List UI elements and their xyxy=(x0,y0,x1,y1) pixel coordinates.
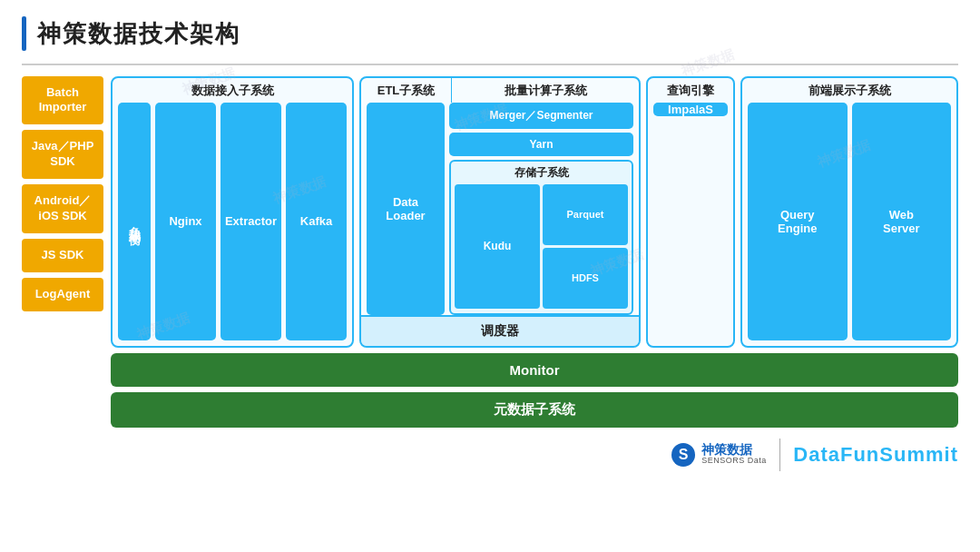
footer-divider xyxy=(779,439,781,471)
kafka-block: Kafka xyxy=(286,103,347,340)
etl-batch-combined: ETL子系统 批量计算子系统 Data Loader Merger／Segmen… xyxy=(359,76,641,348)
title-bar xyxy=(22,16,26,51)
query-engine-block: Query Engine xyxy=(748,103,848,340)
storage-title: 存储子系统 xyxy=(455,165,628,181)
sdk-label-android-ios: Android／ iOS SDK xyxy=(22,184,103,233)
datafun-label: DataFunSummit xyxy=(793,443,958,467)
sdk-label-java-php: Java／PHP SDK xyxy=(22,130,103,179)
sdk-label-logagent: LogAgent xyxy=(22,278,103,311)
parquet-hdfs-col: Parquet HDFS xyxy=(543,184,628,309)
batch-col: Merger／Segmenter Yarn 存储子系统 Kudu Parquet… xyxy=(449,103,633,315)
frontend-title: 前端展示子系统 xyxy=(742,78,956,103)
main-layout: Batch Importer Java／PHP SDK Android／ iOS… xyxy=(22,76,958,471)
sdk-label-js: JS SDK xyxy=(22,239,103,272)
load-balance-label: 负载均衡 xyxy=(126,216,142,227)
hdfs-block: HDFS xyxy=(543,248,628,309)
page-container: 神策数据 神策数据 神策数据 神策数据 神策数据 神策数据 神策数据 神策数据技… xyxy=(0,0,980,552)
svg-text:S: S xyxy=(679,447,689,462)
data-input-title: 数据接入子系统 xyxy=(113,78,352,103)
parquet-block: Parquet xyxy=(543,184,628,245)
etl-batch-headers: ETL子系统 批量计算子系统 xyxy=(361,78,639,103)
yarn-block: Yarn xyxy=(449,133,633,156)
brand-name: 神策数据 xyxy=(701,443,767,457)
sensors-s-icon: S xyxy=(671,442,696,468)
frontend-subsystem: 前端展示子系统 Query Engine Web Server xyxy=(740,76,958,348)
etl-title: ETL子系统 xyxy=(361,78,452,103)
sensors-logo: S 神策数据 SENSORS Data xyxy=(671,442,767,468)
left-sdk-col: Batch Importer Java／PHP SDK Android／ iOS… xyxy=(22,76,103,471)
merger-block: Merger／Segmenter xyxy=(449,103,633,129)
data-input-subsystem: 数据接入子系统 负载均衡 Nginx Extractor Kafka xyxy=(111,76,354,348)
data-loader-block: Data Loader xyxy=(367,103,445,315)
arch-top-row: 数据接入子系统 负载均衡 Nginx Extractor Kafka xyxy=(111,76,958,348)
title-divider xyxy=(22,64,958,65)
page-title: 神策数据技术架构 xyxy=(37,18,240,50)
scheduler-bar: 调度器 xyxy=(361,315,639,346)
brand-name-en: SENSORS Data xyxy=(701,457,767,466)
storage-blocks-row: Kudu Parquet HDFS xyxy=(455,184,628,309)
extractor-block: Extractor xyxy=(220,103,281,340)
query-inner: ImpalaS xyxy=(648,103,733,346)
batch-title: 批量计算子系统 xyxy=(452,78,639,103)
load-balance-block: 负载均衡 xyxy=(118,103,151,340)
kudu-block: Kudu xyxy=(455,184,540,309)
query-title: 查询引擎 xyxy=(648,78,733,103)
web-server-block: Web Server xyxy=(852,103,952,340)
etl-col: Data Loader xyxy=(367,103,445,315)
sensors-text: 神策数据 SENSORS Data xyxy=(701,443,767,466)
meta-bar: 元数据子系统 xyxy=(111,392,958,428)
monitor-bar: Monitor xyxy=(111,353,958,387)
etl-batch-content: Data Loader Merger／Segmenter Yarn 存储子系统 … xyxy=(361,103,639,315)
nginx-block: Nginx xyxy=(155,103,216,340)
impalas-block: ImpalaS xyxy=(653,103,728,116)
sdk-label-batch-importer: Batch Importer xyxy=(22,76,103,125)
frontend-inner: Query Engine Web Server xyxy=(742,103,956,346)
page-title-area: 神策数据技术架构 xyxy=(22,16,958,51)
query-subsystem: 查询引擎 ImpalaS xyxy=(646,76,735,348)
data-input-inner: 负载均衡 Nginx Extractor Kafka xyxy=(113,103,352,346)
storage-subsystem: 存储子系统 Kudu Parquet HDFS xyxy=(449,160,633,315)
footer-logo: S 神策数据 SENSORS Data DataFunSummit xyxy=(111,439,958,471)
diagram-area: 数据接入子系统 负载均衡 Nginx Extractor Kafka xyxy=(111,76,958,471)
